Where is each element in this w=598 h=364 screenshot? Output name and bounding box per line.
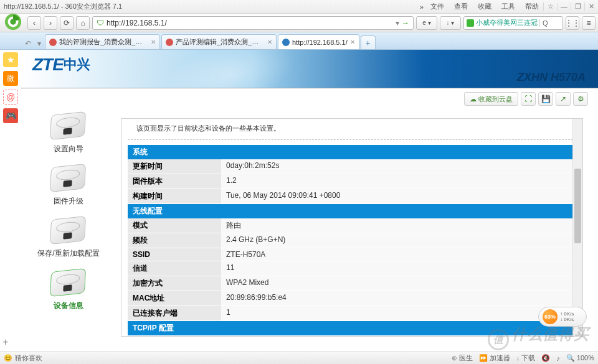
- tab-1[interactable]: 我的评测报告_消费众测_什么值得买 ✕: [45, 34, 160, 49]
- status-mute-icon[interactable]: 🔇: [541, 354, 550, 362]
- status-accelerator[interactable]: ⏩ 加速器: [479, 353, 510, 363]
- menu-tools[interactable]: 工具: [497, 1, 520, 12]
- tab-2[interactable]: 产品评测编辑_消费众测_什么值得买 ✕: [161, 34, 277, 49]
- nav-label: 固件升级: [54, 197, 83, 205]
- row-key: 模式: [128, 218, 221, 233]
- search-button[interactable]: Q: [539, 19, 548, 27]
- panel-description: 该页面显示了目前状态和设备的一些基本设置。: [128, 119, 576, 140]
- scrollbar-thumb[interactable]: [574, 169, 581, 243]
- menu-help[interactable]: 帮助: [521, 1, 543, 12]
- status-downloads[interactable]: ↓ 下载: [516, 353, 536, 363]
- reload-button[interactable]: ⟳: [60, 16, 74, 30]
- tab-label: 我的评测报告_消费众测_什么值得买: [59, 37, 148, 47]
- tab-label: http://192.168.5.1/: [292, 39, 348, 46]
- home-button[interactable]: ⌂: [76, 16, 90, 30]
- close-button[interactable]: ✕: [584, 2, 598, 11]
- show-hidden-menus[interactable]: »: [417, 3, 426, 11]
- downloads-button[interactable]: ↓ ▾: [440, 16, 461, 30]
- panel-body: 系统更新时间0day:0h:2m:52s固件版本1.2构建时间Tue, 06 M…: [121, 140, 582, 335]
- game-icon[interactable]: 🎮: [3, 108, 18, 123]
- status-zoom[interactable]: 🔍 100%: [566, 354, 594, 362]
- vertical-scrollbar[interactable]: [572, 119, 582, 336]
- section-header: 无线配置: [128, 204, 576, 218]
- browser-logo-icon: [2, 11, 24, 32]
- cloud-save-button[interactable]: ☁ 收藏到云盘: [464, 92, 518, 106]
- share-icon[interactable]: ↗: [556, 92, 571, 106]
- nav-save-reload-config[interactable]: 保存/重新加载配置: [25, 214, 112, 259]
- tab-list-dropdown[interactable]: ▾: [34, 38, 45, 49]
- tab-undo-button[interactable]: ↶: [22, 38, 34, 49]
- device-icon: [47, 214, 90, 246]
- tab-3-active[interactable]: http://192.168.5.1/ ✕: [278, 34, 359, 49]
- nav-firmware-upgrade[interactable]: 固件升级: [25, 162, 112, 207]
- row-key: 更新时间: [128, 159, 221, 174]
- favorites-icon[interactable]: ★: [3, 52, 18, 67]
- add-sidebar-icon[interactable]: +: [2, 337, 8, 348]
- go-button[interactable]: →: [402, 19, 409, 27]
- main-menu-button[interactable]: ≡: [582, 16, 596, 30]
- info-panel: 该页面显示了目前状态和设备的一些基本设置。 系统更新时间0day:0h:2m:5…: [121, 118, 583, 337]
- weibo-icon[interactable]: 微: [3, 71, 18, 86]
- close-tab-icon[interactable]: ✕: [350, 39, 355, 45]
- close-tab-icon[interactable]: ✕: [151, 39, 156, 45]
- search-box[interactable]: 小威夺得美网三连冠 Q: [463, 16, 563, 30]
- fullscreen-icon[interactable]: ⛶: [521, 92, 536, 106]
- search-engine-icon[interactable]: [467, 19, 474, 27]
- section-header: 系统: [128, 145, 576, 159]
- back-button[interactable]: ‹: [27, 16, 41, 30]
- window-title: http://192.168.5.1/ - 360安全浏览器 7.1: [0, 2, 417, 11]
- favicon-icon: [49, 39, 57, 46]
- new-tab-button[interactable]: +: [361, 35, 376, 49]
- row-value: 1: [221, 306, 576, 321]
- speed-percent: 63%: [543, 309, 558, 324]
- info-row: 加密方式WPA2 Mixed: [128, 276, 576, 291]
- compat-button[interactable]: e ▾: [416, 16, 437, 30]
- tab-strip: ↶ ▾ 我的评测报告_消费众测_什么值得买 ✕ 产品评测编辑_消费众测_什么值得…: [0, 32, 598, 50]
- forward-button[interactable]: ›: [44, 16, 57, 30]
- row-value: WPA2 Mixed: [221, 276, 576, 291]
- info-row: 信道11: [128, 261, 576, 276]
- address-url[interactable]: http://192.168.5.1/: [107, 19, 393, 27]
- status-recommend[interactable]: 猜你喜欢: [15, 353, 42, 363]
- row-value: 1.2: [221, 174, 576, 189]
- tab-label: 产品评测编辑_消费众测_什么值得买: [176, 37, 265, 47]
- search-text[interactable]: 小威夺得美网三连冠: [476, 18, 538, 27]
- favicon-icon: [282, 39, 290, 46]
- bookmark-star-icon[interactable]: ☆: [543, 2, 557, 11]
- speed-widget[interactable]: 63% ↑ 0K/s ↓ 0K/s: [538, 307, 587, 327]
- close-tab-icon[interactable]: ✕: [267, 39, 272, 45]
- browser-toolbar: ‹ › ⟳ ⌂ 🛡 http://192.168.5.1/ ▾ → e ▾ ↓ …: [0, 14, 598, 32]
- menu-bar: 文件 查看 收藏 工具 帮助: [426, 1, 543, 12]
- menu-file[interactable]: 文件: [426, 1, 448, 12]
- page-viewport: ZTE中兴 ZXHN H570A ☁ 收藏到云盘 ⛶ 💾 ↗ ⚙ 设置向导 固件…: [21, 50, 598, 352]
- status-sound-icon[interactable]: ♪: [556, 355, 560, 362]
- speed-down: ↓ 0K/s: [560, 317, 574, 322]
- device-icon: [47, 110, 90, 142]
- nav-setup-wizard[interactable]: 设置向导: [25, 110, 112, 154]
- info-row: 频段2.4 GHz (B+G+N): [128, 233, 576, 248]
- status-doctor[interactable]: ⊕ 医生: [452, 353, 473, 363]
- extensions-grid-icon[interactable]: ⋮⋮: [566, 16, 579, 30]
- svg-point-2: [10, 19, 16, 24]
- menu-favorites[interactable]: 收藏: [473, 1, 496, 12]
- nav-device-info[interactable]: 设备信息: [25, 266, 112, 311]
- at-icon[interactable]: @: [3, 90, 18, 105]
- router-left-nav: 设置向导 固件升级 保存/重新加载配置 设备信息: [25, 110, 112, 319]
- page-action-bar: ☁ 收藏到云盘 ⛶ 💾 ↗ ⚙: [464, 92, 588, 106]
- router-header: ZTE中兴 ZXHN H570A: [21, 50, 598, 88]
- info-row: MAC地址20:89:86:99:b5:e4: [128, 291, 576, 306]
- settings-icon[interactable]: ⚙: [573, 92, 588, 106]
- menu-view[interactable]: 查看: [450, 1, 472, 12]
- device-icon: [47, 162, 90, 194]
- row-value: 20:89:86:99:b5:e4: [221, 291, 576, 306]
- row-value: ZTE-H570A: [221, 248, 576, 261]
- minimize-button[interactable]: —: [557, 3, 571, 11]
- restore-button[interactable]: ❐: [571, 2, 584, 11]
- address-bar[interactable]: 🛡 http://192.168.5.1/ ▾ →: [92, 16, 414, 30]
- url-dropdown-icon[interactable]: ▾: [396, 19, 399, 27]
- nav-label: 设置向导: [54, 144, 83, 153]
- row-key: 已连接客户端: [128, 306, 221, 321]
- save-icon[interactable]: 💾: [538, 92, 553, 106]
- info-row: 固件版本1.2: [128, 174, 576, 189]
- status-smile-icon[interactable]: 😊: [4, 354, 12, 362]
